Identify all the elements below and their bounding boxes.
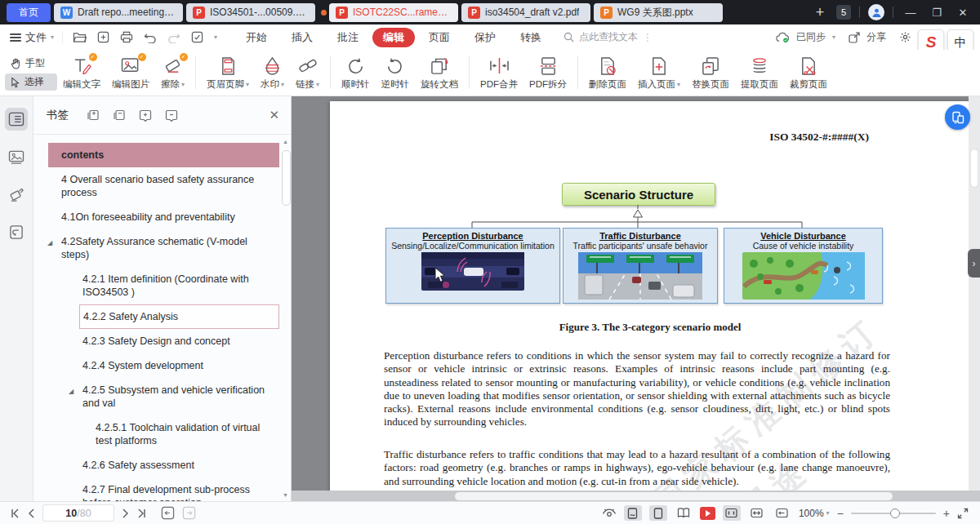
fullscreen-icon[interactable] — [957, 508, 969, 519]
close-window-button[interactable]: ✕ — [954, 7, 972, 19]
bookmark-item-3[interactable]: ◢4.2Safety Assurance schematic (V-model … — [58, 229, 279, 267]
bookmark-item-1[interactable]: 4 Overall scenario based safety assuranc… — [58, 167, 279, 205]
scroll-up-icon[interactable]: ▲ — [282, 139, 289, 144]
scrollbar-thumb[interactable] — [282, 150, 291, 206]
last-page-icon[interactable] — [136, 508, 147, 518]
new-tab-button[interactable]: + — [812, 4, 828, 21]
rail-export-doc-button[interactable] — [5, 220, 28, 243]
add-bookmark-icon[interactable] — [139, 109, 152, 122]
collapse-icon[interactable]: ◢ — [47, 237, 52, 250]
two-page-button[interactable] — [675, 505, 693, 521]
menu-1[interactable]: 开始 — [235, 28, 278, 47]
link-button[interactable]: 链接▾ — [290, 54, 325, 92]
tab-document-3[interactable]: Piso34504_draft v2.pdf — [461, 3, 590, 22]
expand-all-icon[interactable] — [87, 109, 100, 122]
bookmark-item-4[interactable]: 4.2.1 Item definition (Coordinate with I… — [79, 267, 279, 304]
watermark-button[interactable]: 水印▾ — [255, 54, 290, 92]
extract-page-button[interactable]: 提取页面 — [735, 54, 784, 92]
scrollbar-thumb[interactable] — [971, 149, 978, 187]
select-tool-button[interactable]: 选择 — [5, 73, 57, 91]
single-page-button[interactable] — [649, 505, 667, 521]
pdf-page[interactable]: ISO 34502-#:####(X) Scenario Structure P… — [330, 101, 970, 498]
quick-access-chevron-icon[interactable]: ▾ — [214, 33, 217, 41]
bookmark-item-8[interactable]: ◢4.2.5 Subsystem and vehicle verificatio… — [79, 378, 279, 415]
close-panel-button[interactable]: ✕ — [269, 108, 279, 122]
menu-4[interactable]: 编辑 — [372, 28, 415, 47]
pdf-merge-button[interactable]: PDF合并 — [474, 54, 523, 92]
actual-size-button[interactable] — [723, 505, 741, 521]
tab-home[interactable]: 首页 — [7, 3, 51, 22]
tab-document-2[interactable]: PISOTC22SC...ramew.pdf — [329, 3, 458, 22]
scrollbar-thumb[interactable] — [455, 492, 893, 500]
tab-document-4[interactable]: PWG9 关系图.pptx — [594, 3, 723, 22]
bookmark-item-2[interactable]: 4.1On foreseeability and preventability — [58, 205, 279, 229]
search-box[interactable]: 点此查找文本 ⋮ — [564, 30, 653, 44]
rotate-cw-button[interactable]: 顺时针 — [336, 54, 376, 92]
page-number-input[interactable]: 10 /80 — [42, 504, 114, 522]
bookmark-item-9[interactable]: 4.2.5.1 Toolchain validation of virtual … — [92, 415, 279, 453]
more-dots-icon[interactable]: ⋮ — [643, 32, 653, 43]
insert-page-button[interactable]: 插入页面▾ — [632, 54, 686, 92]
fit-width-button[interactable] — [773, 505, 791, 521]
bookmark-item-7[interactable]: 4.2.4 System development — [79, 353, 279, 378]
print-icon[interactable] — [120, 31, 133, 43]
minimize-button[interactable]: — — [902, 7, 920, 19]
gear-icon[interactable] — [899, 31, 911, 43]
view-history-back-icon[interactable] — [161, 506, 175, 520]
bookmark-item-5[interactable]: 4.2.2 Safety Analysis — [79, 304, 279, 329]
undo-icon[interactable] — [144, 32, 157, 43]
redo-icon[interactable] — [167, 32, 180, 43]
first-page-icon[interactable] — [10, 508, 20, 518]
tab-document-0[interactable]: WDraft repo...meeting V5 — [54, 3, 183, 22]
bookmarks-scrollbar[interactable]: ▲ ▼ — [282, 139, 289, 498]
delete-page-button[interactable]: 删除页面 — [583, 54, 632, 92]
play-slideshow-button[interactable] — [700, 507, 715, 520]
tab-count-badge[interactable]: 5 — [836, 5, 851, 20]
menu-5[interactable]: 页面 — [418, 28, 461, 47]
zoom-level[interactable]: 100% ▾ — [799, 508, 830, 519]
mobile-sync-button[interactable] — [945, 104, 970, 130]
sync-status-label[interactable]: 已同步 — [796, 30, 826, 44]
remove-bookmark-icon[interactable] — [165, 109, 178, 122]
document-viewport[interactable]: ISO 34502-#:####(X) Scenario Structure P… — [292, 96, 980, 502]
bookmark-item-6[interactable]: 4.2.3 Safety Design and concept — [79, 329, 279, 353]
menu-3[interactable]: 批注 — [327, 28, 369, 47]
rotate-ccw-button[interactable]: 逆时针 — [376, 54, 416, 92]
scroll-view-button[interactable] — [624, 505, 642, 521]
user-avatar[interactable] — [868, 4, 884, 20]
hand-tool-button[interactable]: 手型 — [5, 55, 57, 72]
zoom-slider[interactable] — [851, 508, 936, 519]
folder-open-icon[interactable] — [73, 31, 87, 43]
slider-knob[interactable] — [890, 508, 900, 518]
rotate-doc-button[interactable]: 旋转文档 — [415, 54, 464, 92]
bookmark-item-10[interactable]: 4.2.6 Safety assessment — [79, 453, 279, 477]
menu-2[interactable]: 插入 — [281, 28, 323, 47]
reading-mode-eye-icon[interactable] — [602, 508, 617, 518]
restore-button[interactable]: ❐ — [928, 7, 946, 19]
file-menu[interactable]: 文件 ▾ — [0, 30, 62, 45]
scroll-down-icon[interactable]: ▼ — [282, 492, 289, 498]
edit-text-button[interactable]: ✓编辑文字 — [57, 54, 106, 92]
replace-page-button[interactable]: 替换页面 — [686, 54, 735, 92]
tab-document-1[interactable]: PISO34501-...00509.pdf — [186, 3, 315, 22]
previous-page-icon[interactable] — [28, 508, 35, 518]
crop-page-button[interactable]: 裁剪页面 — [784, 54, 833, 92]
menu-6[interactable]: 保护 — [464, 28, 506, 47]
new-window-icon[interactable] — [97, 31, 109, 43]
horizontal-scrollbar[interactable] — [292, 491, 980, 502]
rail-stamp-button[interactable] — [5, 183, 28, 206]
edit-image-button[interactable]: ✓编辑图片 — [106, 54, 155, 92]
zoom-in-button[interactable]: + — [943, 507, 950, 520]
pdf-split-button[interactable]: PDF拆分 — [523, 54, 572, 92]
next-page-icon[interactable] — [122, 508, 129, 518]
collapse-icon[interactable]: ◢ — [69, 385, 74, 398]
eraser-button[interactable]: ✓擦除▾ — [155, 54, 190, 92]
collapse-all-icon[interactable] — [113, 109, 126, 122]
share-label[interactable]: 分享 — [866, 30, 886, 44]
menu-7[interactable]: 转换 — [510, 28, 552, 47]
rail-thumbnails-button[interactable] — [5, 145, 28, 168]
rail-outline-button[interactable] — [5, 108, 28, 131]
save-version-icon[interactable] — [191, 31, 203, 43]
view-history-forward-icon[interactable] — [182, 506, 196, 520]
bookmark-item-0[interactable]: contents — [48, 143, 279, 167]
